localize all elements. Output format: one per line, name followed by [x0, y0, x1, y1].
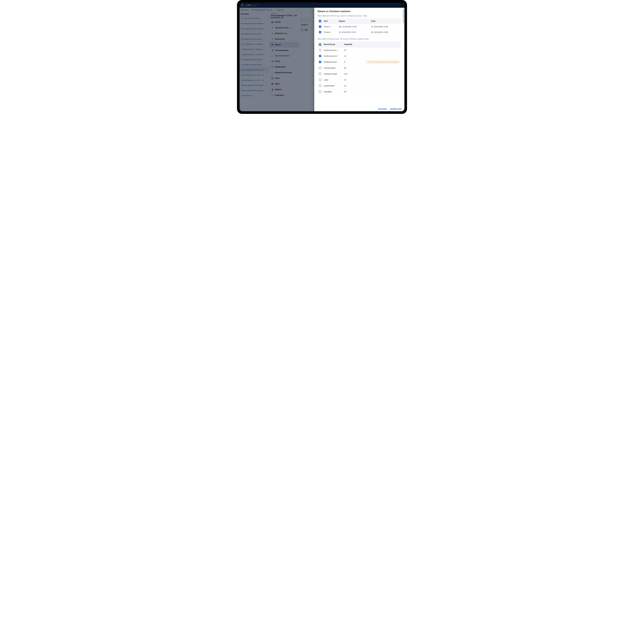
table-row: Termin 2Di, 23.08.2022 12:00Mi, 24.08.20… — [318, 29, 401, 35]
checkbox[interactable] — [319, 26, 321, 28]
table-row: Hörsaal Annabel120 — [318, 71, 401, 77]
checkbox[interactable] — [319, 55, 321, 57]
cell-bezeichnung: Konferenzraum 1 — [323, 47, 343, 53]
cell-beginn: Mo, 22.08.2022 12:00 — [338, 24, 370, 29]
cell-bezeichnung: Amphitheater — [323, 83, 343, 89]
cell-warning — [356, 47, 401, 53]
table-row: Amphitheater25 — [318, 83, 401, 89]
checkbox[interactable] — [319, 67, 321, 69]
panel-footer: ANLEGEN ABBRECHEN — [314, 107, 404, 111]
capacity-warning-badge: Maximale Teilnahmezahl übersteigt Kapazi… — [366, 60, 400, 63]
panel-body: Räume zu Terminen zuweisen Bitte wähle d… — [314, 8, 404, 107]
raeume-table: Bezeichnung Kapazität Konferenzraum 120K… — [318, 41, 401, 95]
table-row: Sportplatz40 — [318, 89, 401, 95]
select-all-termine-checkbox[interactable] — [319, 20, 321, 22]
panel-hint: Bitte wähle die Termine aus, denen du Rä… — [318, 15, 401, 17]
cell-kapazitaet: 10 — [343, 77, 356, 83]
th-beginn: Beginn — [338, 18, 370, 24]
table-row: Konferenzraum 212 — [318, 53, 401, 59]
cell-warning — [356, 71, 401, 77]
cancel-button[interactable]: ABBRECHEN — [390, 108, 402, 110]
cell-bezeichnung: Labor — [323, 77, 343, 83]
cell-bezeichnung: Hörsaal Annabel — [323, 71, 343, 77]
th-kapazitaet: Kapazität — [343, 41, 356, 47]
panel-title: Räume zu Terminen zuweisen — [318, 10, 401, 13]
cell-warning — [356, 53, 401, 59]
assign-rooms-panel: Räume zu Terminen zuweisen Bitte wähle d… — [314, 8, 404, 111]
cell-titel: Termin 1 — [323, 24, 338, 29]
cell-kapazitaet: 95 — [343, 65, 356, 71]
termine-table: Titel Beginn Ende Termin 1Mo, 22.08.2022… — [318, 18, 401, 35]
cell-ende: Mi, 24.08.2022 12:00 — [370, 29, 401, 35]
checkbox[interactable] — [319, 61, 321, 63]
cell-titel: Termin 2 — [323, 29, 338, 35]
cell-kapazitaet: 120 — [343, 71, 356, 77]
cell-kapazitaet: 12 — [343, 53, 356, 59]
cell-bezeichnung: Hörsaal Martin — [323, 65, 343, 71]
checkbox[interactable] — [319, 49, 321, 51]
cell-beginn: Di, 23.08.2022 12:00 — [338, 29, 370, 35]
table-row: Meditationsraum8Maximale Teilnahmezahl ü… — [318, 59, 401, 65]
th-ende: Ende — [370, 18, 401, 24]
cell-kapazitaet: 25 — [343, 83, 356, 89]
cell-warning — [356, 83, 401, 89]
cell-kapazitaet: 20 — [343, 47, 356, 53]
checkbox[interactable] — [319, 90, 321, 93]
checkbox[interactable] — [319, 84, 321, 87]
th-titel: Titel — [323, 18, 338, 24]
cell-bezeichnung: Meditationsraum — [323, 59, 343, 65]
cell-warning — [356, 89, 401, 95]
table-row: Termin 1Mo, 22.08.2022 12:00Di, 23.08.20… — [318, 24, 401, 29]
scrollbar[interactable] — [403, 9, 404, 105]
cell-warning — [356, 65, 401, 71]
create-button[interactable]: ANLEGEN — [378, 108, 387, 110]
cell-ende: Di, 23.08.2022 12:00 — [370, 24, 401, 29]
cell-warning: Maximale Teilnahmezahl übersteigt Kapazi… — [356, 59, 401, 65]
cell-kapazitaet: 8 — [343, 59, 356, 65]
select-all-rooms-checkbox[interactable] — [319, 43, 321, 46]
device-frame: LAN cloud ↗ Seminare › SeminarManager CL… — [237, 0, 407, 114]
screen: LAN cloud ↗ Seminare › SeminarManager CL… — [240, 3, 404, 111]
checkbox[interactable] — [319, 79, 321, 81]
panel-hint: Bitte wähle die Räume aus, die du den Te… — [318, 38, 401, 40]
cell-bezeichnung: Konferenzraum 2 — [323, 53, 343, 59]
table-row: Konferenzraum 120 — [318, 47, 401, 53]
checkbox[interactable] — [319, 31, 321, 33]
table-row: Hörsaal Martin95 — [318, 65, 401, 71]
cell-bezeichnung: Sportplatz — [323, 89, 343, 95]
cell-kapazitaet: 40 — [343, 89, 356, 95]
cell-warning — [356, 77, 401, 83]
table-row: Labor10 — [318, 77, 401, 83]
th-bezeichnung: Bezeichnung — [323, 41, 343, 47]
checkbox[interactable] — [319, 73, 321, 75]
